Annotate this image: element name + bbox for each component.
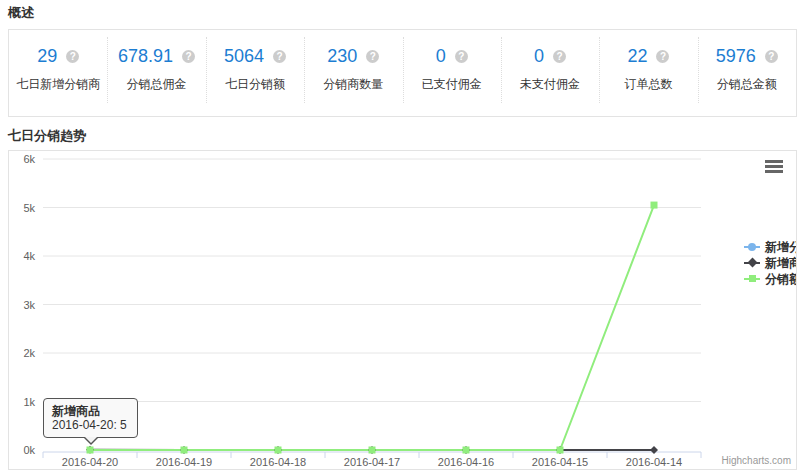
- y-axis-tick-label: 1k: [23, 396, 35, 408]
- help-icon[interactable]: ?: [656, 50, 669, 63]
- y-axis-tick-label: 6k: [23, 153, 35, 165]
- help-icon[interactable]: ?: [66, 50, 79, 63]
- hamburger-bar: [765, 160, 783, 163]
- hamburger-bar: [765, 170, 783, 173]
- y-axis-tick-label: 0k: [23, 444, 35, 456]
- stat-card-total-commission: 678.91 ? 分销总佣金: [107, 30, 205, 116]
- y-axis-tick-label: 4k: [23, 250, 35, 262]
- stat-card-unpaid-commission: 0 ? 未支付佣金: [501, 30, 599, 116]
- legend-item-sales-amount[interactable]: 分销额: [744, 271, 797, 287]
- stat-card-new-distributors-7d: 29 ? 七日新增分销商: [9, 30, 107, 116]
- data-point-marker[interactable]: [557, 447, 564, 454]
- trend-section-title: 七日分销趋势: [8, 127, 86, 145]
- stat-label: 七日新增分销商: [9, 76, 107, 93]
- legend-marker-circle-icon: [744, 239, 760, 255]
- trend-chart[interactable]: 0k1k2k3k4k5k6k2016-04-202016-04-192016-0…: [8, 150, 797, 470]
- legend-marker-square-icon: [744, 271, 760, 287]
- data-point-marker[interactable]: [369, 447, 376, 454]
- data-point-marker[interactable]: [463, 447, 470, 454]
- stat-card-sales-7d: 5064 ? 七日分销额: [206, 30, 304, 116]
- legend-item-new-products[interactable]: 新增商品: [744, 255, 797, 271]
- stat-value: 22: [627, 46, 647, 67]
- stat-label: 七日分销额: [206, 76, 304, 93]
- stat-label: 未支付佣金: [501, 76, 599, 93]
- stat-value: 29: [37, 46, 57, 67]
- help-icon[interactable]: ?: [553, 50, 566, 63]
- stat-value: 0: [534, 46, 544, 67]
- stat-value: 678.91: [118, 46, 173, 67]
- hamburger-icon[interactable]: [764, 159, 784, 175]
- legend-marker-diamond-icon: [744, 255, 760, 271]
- data-point-marker[interactable]: [275, 447, 282, 454]
- y-axis-tick-label: 5k: [23, 202, 35, 214]
- help-icon[interactable]: ?: [366, 50, 379, 63]
- stat-card-order-total: 22 ? 订单总数: [599, 30, 697, 116]
- data-point-marker[interactable]: [87, 447, 94, 454]
- tooltip-series-name: 新增商品: [52, 404, 129, 418]
- legend-item-new-distributors[interactable]: 新增分销商: [744, 239, 797, 255]
- stat-label: 分销总佣金: [107, 76, 205, 93]
- data-point-marker[interactable]: [181, 447, 188, 454]
- legend-label: 分销额: [765, 271, 797, 288]
- stat-card-paid-commission: 0 ? 已支付佣金: [403, 30, 501, 116]
- x-axis-tick-label: 2016-04-20: [62, 456, 118, 468]
- stat-value: 230: [327, 46, 357, 67]
- help-icon[interactable]: ?: [765, 50, 778, 63]
- x-axis-tick-label: 2016-04-18: [250, 456, 306, 468]
- legend-label: 新增商品: [765, 255, 797, 272]
- stat-value: 5064: [224, 46, 264, 67]
- stat-label: 已支付佣金: [403, 76, 501, 93]
- y-axis-tick-label: 2k: [23, 347, 35, 359]
- x-axis-tick-label: 2016-04-19: [156, 456, 212, 468]
- overview-stat-cards: 29 ? 七日新增分销商 678.91 ? 分销总佣金 5064 ? 七日分销额…: [8, 29, 797, 117]
- stat-value: 5976: [716, 46, 756, 67]
- stat-label: 分销商数量: [304, 76, 402, 93]
- stat-card-distributor-count: 230 ? 分销商数量: [304, 30, 402, 116]
- help-icon[interactable]: ?: [273, 50, 286, 63]
- stat-label: 分销总金额: [698, 76, 796, 93]
- legend-label: 新增分销商: [765, 239, 797, 256]
- x-axis-tick-label: 2016-04-17: [344, 456, 400, 468]
- overview-section-title: 概述: [8, 4, 34, 22]
- chart-legend: 新增分销商 新增商品 分销额: [744, 239, 797, 287]
- x-axis-tick-label: 2016-04-16: [438, 456, 494, 468]
- tooltip-value: 2016-04-20: 5: [52, 418, 129, 432]
- highcharts-credit[interactable]: Highcharts.com: [722, 455, 791, 466]
- data-point-marker[interactable]: [651, 202, 658, 209]
- help-icon[interactable]: ?: [182, 50, 195, 63]
- help-icon[interactable]: ?: [455, 50, 468, 63]
- series-line: [90, 205, 654, 450]
- stat-card-total-amount: 5976 ? 分销总金额: [698, 30, 796, 116]
- chart-tooltip: 新增商品 2016-04-20: 5: [43, 398, 138, 438]
- hamburger-bar: [765, 165, 783, 168]
- y-axis-tick-label: 3k: [23, 299, 35, 311]
- x-axis-tick-label: 2016-04-15: [532, 456, 588, 468]
- data-point-marker[interactable]: [650, 446, 658, 454]
- stat-label: 订单总数: [599, 76, 697, 93]
- stat-value: 0: [436, 46, 446, 67]
- x-axis-tick-label: 2016-04-14: [626, 456, 682, 468]
